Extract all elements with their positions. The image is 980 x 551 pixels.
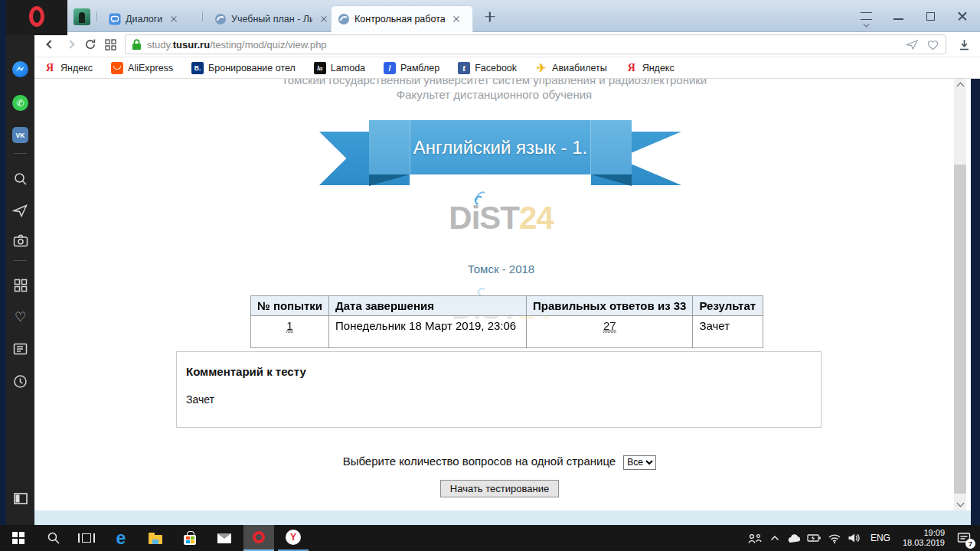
action-center-button[interactable]: 7 [951,525,977,551]
yandex-browser-button[interactable]: Y [278,525,309,551]
sidebar-divider [14,153,27,154]
speed-dial-button[interactable] [100,34,120,54]
tab-kontrolnaya-rabota[interactable]: Контрольная работа по д [331,5,473,32]
notification-badge: 7 [965,539,975,549]
tab-close-icon[interactable] [451,14,462,24]
url-domain: tusur.ru [173,39,210,51]
start-test-row: Начать тестирование [34,480,954,497]
bookmark-yandex[interactable]: ЯЯндекс [44,62,93,74]
correct-answers-link[interactable]: 27 [603,319,616,333]
language-indicator[interactable]: ENG [864,533,897,543]
people-button[interactable] [745,525,765,551]
tab-close-icon[interactable] [168,14,179,24]
new-tab-button[interactable] [484,11,495,22]
speed-dial-icon[interactable] [6,279,34,292]
bookmark-label: Яндекс [642,63,675,73]
network-button[interactable] [825,525,844,551]
close-icon [957,11,968,21]
search-icon[interactable] [6,171,34,187]
taskbar-clock[interactable]: 19:09 18.03.2019 [897,528,951,548]
bookmark-rambler[interactable]: /Рамблер [384,62,439,74]
bookmark-lamoda[interactable]: laLamoda [314,62,365,74]
mail-button[interactable] [209,525,240,551]
opera-menu-button[interactable] [6,0,67,35]
history-clock-icon[interactable] [6,374,34,389]
taskbar-search-button[interactable] [38,525,69,551]
forward-button[interactable] [60,34,80,54]
onedrive-button[interactable] [785,525,805,551]
tab-dialogi[interactable]: Диалоги [103,5,201,32]
people-icon [747,533,763,544]
tab-menu-button[interactable] [854,6,877,26]
bookmarks-heart-icon[interactable]: ♡ [6,311,34,324]
tab-close-icon[interactable] [318,14,329,24]
bookmark-facebook[interactable]: fFacebook [458,62,517,74]
snapshot-camera-icon[interactable] [6,234,34,247]
questions-per-page-label: Выберите количество вопросов на одной ст… [343,455,616,468]
col-result: Результат [693,296,763,316]
microsoft-store-button[interactable] [175,525,205,551]
system-tray: ENG 19:09 18.03.2019 7 [745,525,980,551]
comment-body: Зачет [186,393,812,406]
speed-dial-grid-icon [105,39,116,51]
start-button[interactable] [3,525,34,551]
tab-label: Учебный план - Личный [231,14,312,24]
bookmark-label: Бронирование отел [208,63,296,73]
pinned-tab[interactable] [74,8,90,25]
bookmark-aliexpress[interactable]: AliExpress [111,62,173,74]
personal-news-icon[interactable] [6,343,34,355]
bookmark-booking[interactable]: B.Бронирование отел [191,62,296,74]
scrollbar-thumb[interactable] [954,165,966,494]
taskbar-time: 19:09 [903,528,945,538]
bookmark-heart-icon[interactable] [926,39,939,51]
airplane-icon: ✈ [535,62,547,74]
attempts-table: № попытки Дата завершения Правильных отв… [250,295,763,348]
bookmark-aviabilety[interactable]: ✈Авиабилеты [535,62,607,74]
whatsapp-icon[interactable]: ✆ [6,95,34,111]
sidebar-divider [14,260,27,261]
bookmark-yandex-2[interactable]: ЯЯндекс [626,62,675,74]
yandex-icon: Я [626,62,638,74]
url-path: /testing/mod/quiz/view.php [210,39,326,51]
reload-button[interactable] [80,34,100,54]
attempt-link[interactable]: 1 [286,319,292,333]
volume-button[interactable] [844,525,864,551]
back-button[interactable] [41,34,60,54]
battery-button[interactable] [805,525,825,551]
close-button[interactable] [951,6,974,26]
result-cell: Зачет [693,316,763,348]
page-scrollbar[interactable] [954,79,966,510]
mail-icon [217,533,231,543]
secure-lock-icon [132,39,142,51]
downloads-button[interactable] [952,34,975,54]
col-correct-answers: Правильных ответов из 33 [527,296,693,316]
sidebar-setup-icon[interactable] [6,493,34,504]
tab-uchebny-plan[interactable]: Учебный план - Личный [208,5,329,32]
questions-per-page-select[interactable]: Все [623,455,656,470]
wifi-signal-icon [472,187,495,206]
task-view-button[interactable] [71,525,102,551]
dist-site-icon [338,13,350,25]
edge-button[interactable]: e [106,525,136,551]
messenger-icon[interactable] [6,61,34,77]
rambler-icon: / [384,62,396,74]
scroll-down-icon[interactable] [956,500,964,507]
url-field[interactable]: study.tusur.ru/testing/mod/quiz/view.php [125,34,946,54]
url-prefix: study. [147,39,173,51]
minimize-button[interactable] [887,6,910,26]
yandex-icon: Я [44,62,56,74]
opera-taskbar-button[interactable] [243,525,274,551]
reload-icon [84,38,96,51]
opera-sidebar: ✆ VK ♡ [6,35,34,525]
start-test-button[interactable]: Начать тестирование [440,480,559,497]
tray-expand-button[interactable] [765,525,785,551]
share-flow-icon[interactable] [906,39,919,51]
dist24-logo: DiST24 [34,200,954,236]
vk-icon[interactable]: VK [6,127,34,143]
maximize-button[interactable] [919,6,942,26]
my-flow-icon[interactable] [6,204,34,218]
windows-logo-icon [12,532,24,544]
file-explorer-button[interactable] [140,525,171,551]
search-icon [47,531,60,545]
scroll-up-icon[interactable] [956,83,964,90]
